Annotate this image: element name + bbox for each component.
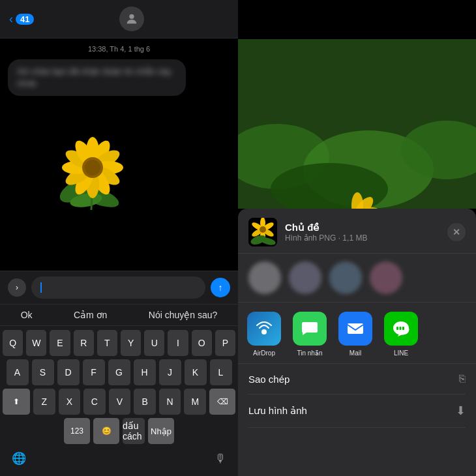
send-icon: ↑ <box>218 282 223 293</box>
app-messages[interactable]: Tin nhắn <box>290 312 329 357</box>
contact-item-2[interactable] <box>289 261 321 294</box>
text-input[interactable] <box>31 276 205 299</box>
flower-svg <box>40 115 145 220</box>
key-c[interactable]: C <box>83 389 106 415</box>
key-return[interactable]: Nhập <box>148 418 174 444</box>
svg-point-38 <box>261 329 267 335</box>
contact-item-1[interactable] <box>248 261 281 294</box>
key-q[interactable]: Q <box>3 330 23 356</box>
key-v[interactable]: V <box>109 389 131 415</box>
contact-avatar-2 <box>289 261 321 294</box>
share-info: Chủ đề Hình ảnh PNG · 1,1 MB <box>285 222 439 243</box>
globe-icon[interactable]: 🌐 <box>12 451 26 466</box>
expand-icon: › <box>16 283 18 292</box>
contact-info[interactable] <box>34 7 229 31</box>
key-a[interactable]: A <box>7 359 29 385</box>
message-input-area: › ↑ <box>0 271 238 304</box>
key-p[interactable]: P <box>215 330 235 356</box>
key-b[interactable]: B <box>134 389 156 415</box>
key-g[interactable]: G <box>108 359 130 385</box>
key-j[interactable]: J <box>159 359 181 385</box>
close-icon: ✕ <box>453 227 460 237</box>
suggestion-bar: Ok Cảm ơn Nói chuyện sau? <box>0 304 238 326</box>
expand-button[interactable]: › <box>8 278 26 297</box>
mail-app-icon <box>338 312 372 346</box>
share-subtitle: Hình ảnh PNG · 1,1 MB <box>285 233 439 243</box>
contact-item-3[interactable] <box>329 261 362 294</box>
key-m[interactable]: M <box>184 389 206 415</box>
suggestion-camOn[interactable]: Cảm ơn <box>74 310 107 320</box>
key-s[interactable]: S <box>32 359 54 385</box>
photo-leaves-bg <box>238 39 476 209</box>
messages-panel: ‹ 41 13:38, Th 4, 1 thg 6 Xin chào bạn đ… <box>0 0 238 476</box>
key-h[interactable]: H <box>134 359 156 385</box>
line-app-label: LINE <box>394 350 408 357</box>
flower-image <box>8 102 177 233</box>
message-timestamp: 13:38, Th 4, 1 thg 6 <box>8 45 230 53</box>
received-bubble: Xin chào bạn đã nhận được tin nhắn này c… <box>8 59 186 96</box>
suggestion-noiChuyen[interactable]: Nói chuyện sau? <box>149 310 218 320</box>
save-image-icon: ⬇ <box>456 404 466 418</box>
back-count-badge[interactable]: 41 <box>16 14 34 25</box>
send-button[interactable]: ↑ <box>211 278 230 297</box>
key-u[interactable]: U <box>144 330 164 356</box>
contact-item-4[interactable] <box>370 261 402 294</box>
svg-point-0 <box>129 14 134 19</box>
share-title: Chủ đề <box>285 222 439 233</box>
mic-icon[interactable]: 🎙 <box>215 452 226 466</box>
key-i[interactable]: I <box>168 330 188 356</box>
action-list: Sao chép ⎘ Lưu hình ảnh ⬇ <box>238 364 476 428</box>
key-z[interactable]: Z <box>33 389 55 415</box>
messages-app-label: Tin nhắn <box>297 350 323 357</box>
back-chevron-icon: ‹ <box>9 12 13 26</box>
airdrop-icon <box>247 312 281 346</box>
key-r[interactable]: R <box>74 330 94 356</box>
action-save-image[interactable]: Lưu hình ảnh ⬇ <box>248 394 466 428</box>
svg-rect-42 <box>402 327 404 330</box>
key-t[interactable]: T <box>97 330 117 356</box>
airdrop-label: AirDrop <box>253 350 275 357</box>
keyboard: Q W E R T Y U I O P A S D F G H J K L ⬆ … <box>0 326 238 476</box>
mail-svg <box>346 319 365 338</box>
back-button[interactable]: ‹ 41 <box>9 12 34 26</box>
svg-rect-40 <box>396 327 398 330</box>
key-emoji[interactable]: 😊 <box>93 418 119 444</box>
key-123[interactable]: 123 <box>64 418 90 444</box>
save-image-label: Lưu hình ảnh <box>248 405 307 417</box>
share-panel: Chủ đề Hình ảnh PNG · 1,1 MB ✕ <box>238 0 476 476</box>
messages-header: ‹ 41 <box>0 0 238 38</box>
key-e[interactable]: E <box>50 330 70 356</box>
messages-svg <box>300 319 320 338</box>
apps-row: AirDrop Tin nhắn Mail <box>238 303 476 364</box>
action-copy[interactable]: Sao chép ⎘ <box>248 364 466 394</box>
airdrop-svg <box>254 319 274 338</box>
key-delete[interactable]: ⌫ <box>209 389 235 415</box>
key-y[interactable]: Y <box>121 330 141 356</box>
key-f[interactable]: F <box>83 359 105 385</box>
messages-area: 13:38, Th 4, 1 thg 6 Xin chào bạn đã nhậ… <box>0 38 238 271</box>
key-l[interactable]: L <box>210 359 232 385</box>
suggestion-ok[interactable]: Ok <box>21 310 33 320</box>
app-mail[interactable]: Mail <box>336 312 375 357</box>
share-thumbnail <box>248 218 277 246</box>
key-space[interactable]: dấu cách <box>123 418 145 444</box>
key-shift[interactable]: ⬆ <box>3 389 30 415</box>
copy-icon: ⎘ <box>459 373 466 385</box>
app-airdrop[interactable]: AirDrop <box>245 312 284 357</box>
key-d[interactable]: D <box>57 359 80 385</box>
contacts-row <box>238 254 476 303</box>
app-line[interactable]: LINE <box>381 312 421 357</box>
key-o[interactable]: O <box>192 330 212 356</box>
key-k[interactable]: K <box>185 359 207 385</box>
close-button[interactable]: ✕ <box>447 223 466 241</box>
image-bubble[interactable] <box>8 102 177 233</box>
mail-app-label: Mail <box>350 350 361 357</box>
svg-point-35 <box>260 226 266 233</box>
key-n[interactable]: N <box>159 389 181 415</box>
photo-preview <box>238 0 476 209</box>
key-x[interactable]: X <box>59 389 81 415</box>
key-w[interactable]: W <box>26 330 46 356</box>
contact-avatar-1 <box>248 261 281 294</box>
keyboard-row-1: Q W E R T Y U I O P <box>3 330 235 356</box>
line-svg <box>391 319 411 338</box>
